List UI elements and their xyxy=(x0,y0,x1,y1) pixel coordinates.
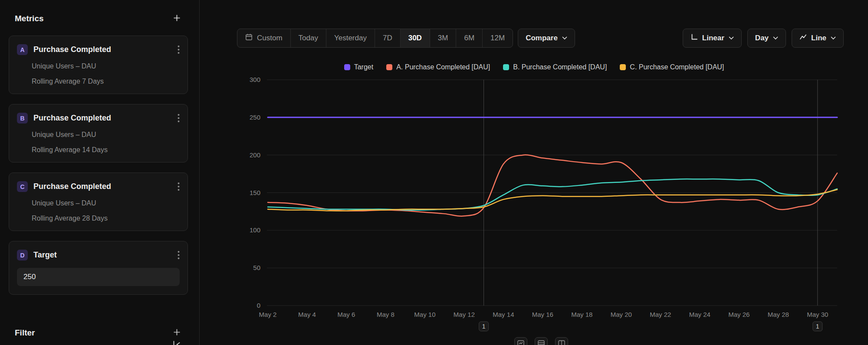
svg-text:May 14: May 14 xyxy=(493,311,514,318)
date-range-label: 30D xyxy=(408,34,422,42)
metric-card-a[interactable]: A Purchase Completed Unique Users – DAU … xyxy=(9,36,188,94)
date-range-3m[interactable]: 3M xyxy=(430,29,456,47)
metric-transform[interactable]: Rolling Average 14 Days xyxy=(32,146,180,154)
svg-text:May 6: May 6 xyxy=(338,311,355,318)
collapse-sidebar-button[interactable] xyxy=(171,339,182,345)
target-card[interactable]: D Target xyxy=(9,241,188,295)
svg-text:May 22: May 22 xyxy=(650,311,671,318)
mini-split-icon xyxy=(558,340,565,345)
line-chart-canvas[interactable]: 050100150200250300May 2May 4May 6May 8Ma… xyxy=(243,76,846,336)
svg-text:May 8: May 8 xyxy=(377,311,395,318)
metric-title: Purchase Completed xyxy=(33,45,172,54)
granularity-button[interactable]: Day xyxy=(747,29,786,48)
date-range-control: Custom Today Yesterday 7D 30D 3M 6M 12M xyxy=(237,29,513,48)
kebab-menu-icon[interactable] xyxy=(178,251,180,260)
metric-transform[interactable]: Rolling Average 7 Days xyxy=(32,78,180,85)
kebab-menu-icon[interactable] xyxy=(178,45,180,54)
date-range-label: Yesterday xyxy=(334,34,367,42)
svg-text:May 28: May 28 xyxy=(768,311,789,318)
date-range-yesterday[interactable]: Yesterday xyxy=(326,29,375,47)
date-range-label: 12M xyxy=(490,34,505,42)
svg-text:150: 150 xyxy=(250,189,260,196)
date-range-label: Custom xyxy=(257,34,283,42)
metric-badge: D xyxy=(17,250,28,260)
metric-badge: C xyxy=(17,181,28,192)
svg-text:1: 1 xyxy=(482,323,486,330)
target-title: Target xyxy=(33,251,172,260)
svg-text:May 10: May 10 xyxy=(414,311,435,318)
svg-text:May 18: May 18 xyxy=(571,311,592,318)
mini-chart-icon xyxy=(517,340,524,345)
svg-text:May 24: May 24 xyxy=(689,311,710,318)
svg-text:May 20: May 20 xyxy=(611,311,632,318)
linear-axis-icon xyxy=(690,33,698,43)
svg-text:May 2: May 2 xyxy=(259,311,277,318)
metric-measure[interactable]: Unique Users – DAU xyxy=(32,62,180,70)
chart-panel: Custom Today Yesterday 7D 30D 3M 6M 12M … xyxy=(200,0,868,345)
chart-legend: Target A. Purchase Completed [DAU] B. Pu… xyxy=(200,63,868,71)
granularity-label: Day xyxy=(755,34,769,42)
metric-card-b[interactable]: B Purchase Completed Unique Users – DAU … xyxy=(9,104,188,163)
legend-item-b[interactable]: B. Purchase Completed [DAU] xyxy=(503,63,607,71)
legend-swatch xyxy=(620,64,626,70)
legend-label: C. Purchase Completed [DAU] xyxy=(630,63,724,71)
bottom-view-toggles xyxy=(514,337,568,345)
chart-toolbar: Custom Today Yesterday 7D 30D 3M 6M 12M … xyxy=(200,29,868,48)
legend-item-target[interactable]: Target xyxy=(344,63,373,71)
kebab-menu-icon[interactable] xyxy=(178,182,180,191)
date-range-12m[interactable]: 12M xyxy=(482,29,513,47)
scale-label: Linear xyxy=(702,34,724,42)
svg-text:200: 200 xyxy=(250,151,260,159)
date-range-30d[interactable]: 30D xyxy=(400,29,430,47)
date-range-label: 3M xyxy=(438,34,448,42)
svg-text:May 26: May 26 xyxy=(728,311,750,318)
toggle-table-view-button[interactable] xyxy=(535,337,548,345)
legend-swatch xyxy=(386,64,392,70)
chart-type-button[interactable]: Line xyxy=(792,29,844,48)
legend-swatch xyxy=(344,64,350,70)
svg-text:May 4: May 4 xyxy=(298,311,316,318)
metric-transform[interactable]: Rolling Average 28 Days xyxy=(32,215,180,222)
legend-item-a[interactable]: A. Purchase Completed [DAU] xyxy=(386,63,490,71)
compare-button[interactable]: Compare xyxy=(518,29,575,48)
legend-item-c[interactable]: C. Purchase Completed [DAU] xyxy=(620,63,724,71)
metrics-header: Metrics xyxy=(9,0,188,24)
chart-type-label: Line xyxy=(811,34,826,42)
toggle-split-view-button[interactable] xyxy=(555,337,568,345)
legend-swatch xyxy=(503,64,509,70)
legend-label: Target xyxy=(354,63,373,71)
kebab-menu-icon[interactable] xyxy=(178,114,180,123)
metric-card-c[interactable]: C Purchase Completed Unique Users – DAU … xyxy=(9,172,188,231)
svg-text:May 30: May 30 xyxy=(807,311,828,318)
chevron-down-icon xyxy=(729,36,734,40)
filter-header: Filter xyxy=(9,305,188,338)
metric-title: Purchase Completed xyxy=(33,114,172,123)
date-range-label: 7D xyxy=(383,34,392,42)
toggle-chart-view-button[interactable] xyxy=(514,337,527,345)
date-range-today[interactable]: Today xyxy=(290,29,326,47)
app-root: Metrics A Purchase Completed Unique User… xyxy=(0,0,868,345)
scale-button[interactable]: Linear xyxy=(683,29,742,48)
date-range-7d[interactable]: 7D xyxy=(375,29,400,47)
svg-text:100: 100 xyxy=(250,226,260,234)
metric-badge: B xyxy=(17,113,28,124)
legend-label: B. Purchase Completed [DAU] xyxy=(513,63,607,71)
mini-table-icon xyxy=(538,340,545,345)
metric-measure[interactable]: Unique Users – DAU xyxy=(32,131,180,139)
add-metric-button[interactable] xyxy=(172,13,182,24)
plus-icon xyxy=(173,328,181,338)
target-value-input[interactable] xyxy=(17,268,180,286)
svg-text:May 16: May 16 xyxy=(532,311,553,318)
metric-measure[interactable]: Unique Users – DAU xyxy=(32,199,180,207)
date-range-label: 6M xyxy=(464,34,474,42)
date-range-6m[interactable]: 6M xyxy=(456,29,482,47)
line-chart-icon xyxy=(799,33,807,43)
legend-label: A. Purchase Completed [DAU] xyxy=(396,63,490,71)
metric-title: Purchase Completed xyxy=(33,182,172,191)
svg-text:1: 1 xyxy=(816,323,819,330)
svg-text:250: 250 xyxy=(250,114,260,121)
plus-icon xyxy=(173,14,181,23)
add-filter-button[interactable] xyxy=(172,327,182,338)
calendar-icon xyxy=(245,33,253,43)
date-range-custom[interactable]: Custom xyxy=(237,29,290,47)
